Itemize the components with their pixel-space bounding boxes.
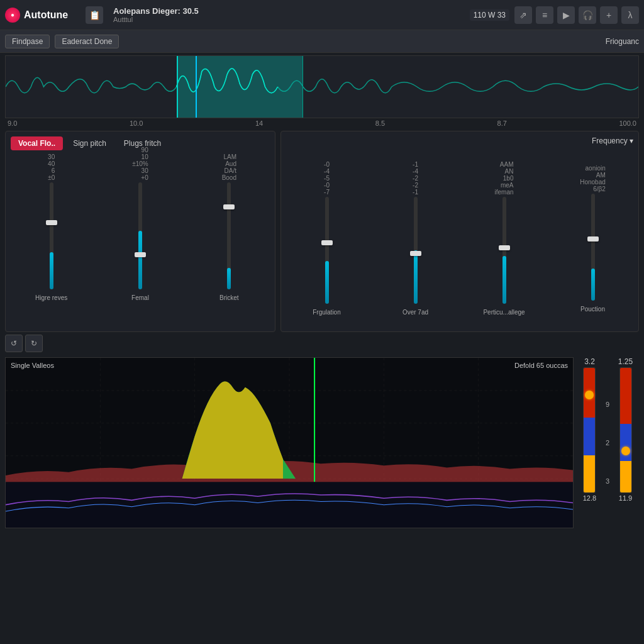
slider-track-3[interactable] xyxy=(227,182,231,289)
tab-sign-pitch[interactable]: Sign pitch xyxy=(65,136,114,150)
meter-mid-3: 3 xyxy=(606,477,609,485)
headphones-icon[interactable]: 🎧 xyxy=(579,6,596,24)
slider-label-r4: Pouction xyxy=(580,306,605,313)
meter-2-bottom: 11.9 xyxy=(619,494,632,502)
logo-icon: ● xyxy=(5,8,20,23)
tab-vocal-flo[interactable]: Vocal Flo.. xyxy=(11,136,63,150)
meter-mid-1: 9 xyxy=(606,401,609,408)
project-name: Aolepans Dieger: 30.5 xyxy=(113,6,460,16)
left-panel: Vocal Flo.. Sign pitch Plugs fritch 3040… xyxy=(5,131,275,332)
right-sliders-row: -0-4-5-0-7 Frgulation -1-4-2-2-1 Over 7a… xyxy=(286,150,633,326)
slider-higre-reves: 30406±0 Higre reves xyxy=(30,153,74,301)
right-header: Frequency ▾ xyxy=(286,136,633,145)
controls-section: Vocal Flo.. Sign pitch Plugs fritch 3040… xyxy=(0,131,644,332)
slider-bricket: LAMAudDA/tBood Bricket xyxy=(207,153,251,301)
timeline-marker-1: 9.0 xyxy=(8,119,17,127)
frequency-dropdown[interactable]: Frequency ▾ xyxy=(592,136,633,145)
slider-track-r3[interactable] xyxy=(502,197,506,304)
spectrum-label-right: Defold 65 ouccas xyxy=(514,362,568,369)
app-title: Autotune xyxy=(24,9,68,21)
timeline-marker-5: 8.7 xyxy=(497,119,507,127)
spectrum-section: Single Valleos Defold 65 ouccas xyxy=(0,355,644,531)
timeline-marker-2: 10.0 xyxy=(130,119,143,127)
slider-label-2: Femal xyxy=(131,294,149,301)
slider-frgulation: -0-4-5-0-7 Frgulation xyxy=(305,161,349,316)
meter-2: 1.25 11.9 xyxy=(612,357,639,528)
slider-label-r2: Over 7ad xyxy=(402,309,428,316)
waveform-section: 9.0 10.0 14 8.5 8.7 100.0 xyxy=(0,53,644,131)
clipboard-icon[interactable]: 📋 xyxy=(86,6,103,24)
side-meters: 3.2 12.8 9 2 3 1.25 11.9 xyxy=(576,357,639,528)
top-icons: ⇗ ≡ ▶ 🎧 + λ xyxy=(514,6,639,24)
top-bar: ● Autotune 📋 Aolepans Dieger: 30.5 Auttt… xyxy=(0,0,644,30)
slider-label-1: Higre reves xyxy=(35,294,67,301)
slider-track-r2[interactable] xyxy=(414,197,418,304)
meter-2-top: 1.25 xyxy=(618,357,633,366)
slider-over7ad: -1-4-2-2-1 Over 7ad xyxy=(394,161,438,316)
meter-1-bottom: 12.8 xyxy=(583,494,596,502)
timeline: 9.0 10.0 14 8.5 8.7 100.0 xyxy=(5,118,639,128)
timeline-marker-3: 14 xyxy=(255,119,263,127)
slider-pouction: aonioinAMHonobad6/β2 Pouction xyxy=(571,165,615,313)
frequency-label: Frioguanc xyxy=(606,37,639,46)
bottom-toolbar: ↺ ↻ xyxy=(0,332,644,355)
waveform-svg xyxy=(6,56,638,118)
project-sub: Autttul xyxy=(113,16,460,23)
slider-label-r1: Frgulation xyxy=(313,309,340,316)
slider-femal: 9010±10%30+0 Femal xyxy=(118,147,162,301)
findpase-button[interactable]: Findpase xyxy=(5,35,50,48)
second-bar: Findpase Eaderact Done Frioguanc xyxy=(0,30,644,53)
plus-icon[interactable]: + xyxy=(600,6,618,24)
undo-button[interactable]: ↺ xyxy=(5,335,23,352)
play-icon[interactable]: ▶ xyxy=(557,6,575,24)
playhead xyxy=(196,56,197,118)
spectrum-svg xyxy=(6,358,573,528)
list-icon[interactable]: ≡ xyxy=(536,6,553,24)
timeline-marker-4: 8.5 xyxy=(375,119,385,127)
spectrum-label-left: Single Valleos xyxy=(11,362,54,369)
slider-perticu: AAMAN1b0meAifeman Perticu...allege xyxy=(482,161,526,316)
meter-1-track[interactable] xyxy=(583,367,596,493)
slider-track-1[interactable] xyxy=(50,182,53,289)
redo-button[interactable]: ↻ xyxy=(25,335,43,352)
slider-label-3: Bricket xyxy=(219,294,239,301)
timeline-marker-6: 100.0 xyxy=(619,119,636,127)
slider-track-r4[interactable] xyxy=(591,194,595,301)
bpm-display: 110 W 33 xyxy=(470,9,509,21)
meter-1: 3.2 12.8 xyxy=(576,357,603,528)
spectrum-display: Single Valleos Defold 65 ouccas xyxy=(5,357,574,528)
slider-track-r1[interactable] xyxy=(325,197,329,304)
meter-1-top: 3.2 xyxy=(584,357,595,366)
right-panel: Frequency ▾ -0-4-5-0-7 Frgulation -1-4-2… xyxy=(280,131,639,332)
waveform-container[interactable] xyxy=(5,55,639,118)
meter-mid-2: 2 xyxy=(606,439,609,447)
slider-label-r3: Perticu...allege xyxy=(483,309,525,316)
left-sliders-row: 30406±0 Higre reves 9010±10%30+0 Femal xyxy=(11,155,270,306)
eaderact-done-button[interactable]: Eaderact Done xyxy=(55,35,119,48)
share-icon[interactable]: ⇗ xyxy=(514,6,532,24)
project-info: Aolepans Dieger: 30.5 Autttul xyxy=(108,6,465,23)
meter-2-track[interactable] xyxy=(619,367,632,493)
lambda-icon[interactable]: λ xyxy=(621,6,639,24)
slider-track-2[interactable] xyxy=(138,182,142,289)
logo-area: ● Autotune xyxy=(5,8,80,23)
